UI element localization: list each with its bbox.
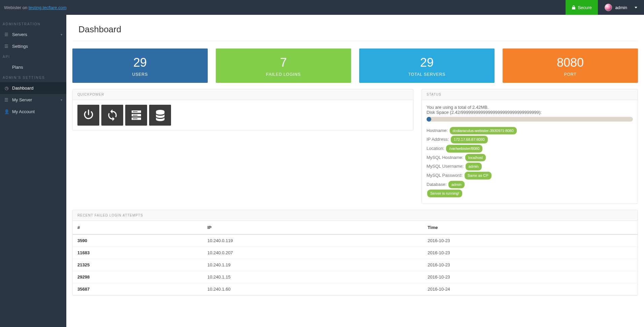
list-icon: ☰ [4,44,9,49]
card-value: 29 [363,56,491,69]
chevron-down-icon: ▾ [61,33,62,36]
cell-ip: 10.240.1.15 [203,271,423,283]
sidebar-item-label: Settings [12,44,28,49]
cell-ip: 10.240.0.119 [203,234,423,247]
sidebar-item-label: Dashboard [12,86,34,91]
card-value: 29 [76,56,204,69]
brand-prefix: Webister on [4,5,29,10]
power-icon [82,108,95,122]
cell-id: 35687 [73,283,203,295]
col-time: Time [423,221,638,234]
power-button[interactable] [77,105,99,126]
status-disk-line: Disk Space (2.42/99999999999999999999999… [427,110,633,115]
panel-header-status: STATUS [422,89,638,100]
gauge-icon: ◷ [4,86,9,91]
cell-id: 29298 [73,271,203,283]
table-row: 1168310.240.0.2072016-10-23 [73,247,638,259]
table-header-row: # IP Time [73,221,638,234]
status-label: MySQL Password: [427,173,463,178]
status-badge: localhost [465,154,486,162]
card-label: PORT [506,72,635,77]
chevron-down-icon: ▾ [61,98,62,102]
cell-time: 2016-10-23 [423,259,638,271]
card-users: 29 USERS [72,48,208,83]
secure-badge: Secure [566,0,598,15]
status-row-hostname: Hostname: dodiaraculus-webister-3930971:… [427,127,633,135]
card-failed-logins: 7 FAILED LOGINS [216,48,351,83]
stat-cards-row: 29 USERS 7 FAILED LOGINS 29 TOTAL SERVER… [66,41,644,89]
sidebar-item-myserver[interactable]: ☰ My Server ▾ [0,94,66,106]
sidebar-item-settings[interactable]: ☰ Settings [0,40,66,52]
list-icon: ☰ [4,32,9,37]
list-icon: ☰ [4,97,9,102]
sidebar-item-servers[interactable]: ☰ Servers ▾ [0,29,66,40]
status-badge: Server is running! [427,190,462,197]
table-row: 2132510.240.1.192016-10-23 [73,259,638,271]
topbar: Webister on testing.tecflare.com Secure … [0,0,644,15]
topbar-right: Secure admin [566,0,644,15]
card-total-servers: 29 TOTAL SERVERS [359,48,495,83]
failed-logins-panel: RECENT FAILED LOGIN ATTEMPTS # IP Time 3… [72,210,638,296]
username-label: admin [615,5,627,10]
table-row: 2929810.240.1.152016-10-23 [73,271,638,283]
refresh-icon [106,109,119,122]
quickpower-panel: QUICKPOWER [72,89,413,131]
cell-time: 2016-10-24 [423,283,638,295]
sidebar-item-label: Servers [12,32,27,37]
restart-button[interactable] [101,105,123,126]
cell-ip: 10.240.1.60 [203,283,423,295]
main-content: Dashboard 29 USERS 7 FAILED LOGINS 29 TO… [66,15,644,327]
cell-ip: 10.240.1.19 [203,259,423,271]
cell-id: 11683 [73,247,203,259]
sidebar-heading-administration: ADMINISTRATION [0,20,66,29]
panel-header-logins: RECENT FAILED LOGIN ATTEMPTS [73,210,638,221]
card-port: 8080 PORT [503,48,638,83]
status-row-location: Location: /var/webister/8080 [427,145,633,153]
card-value: 7 [219,56,348,69]
brand-host-link[interactable]: testing.tecflare.com [29,5,67,10]
cell-time: 2016-10-23 [423,234,638,247]
sidebar-item-plans[interactable]: Plans [0,61,66,73]
status-label: Database: [427,182,446,187]
status-badge: /var/webister/8080 [446,145,482,153]
sidebar-item-myaccount[interactable]: 👤 My Account [0,106,66,118]
cell-id: 21325 [73,259,203,271]
sidebar-item-dashboard[interactable]: ◷ Dashboard [0,82,66,94]
status-label: MySQL Hostname: [427,155,463,160]
database-button[interactable] [149,105,171,126]
status-panel: STATUS You are using a total of 2.42MB. … [421,89,638,204]
cell-time: 2016-10-23 [423,247,638,259]
card-label: TOTAL SERVERS [363,72,491,77]
status-badge: 172.17.68.87:8080 [451,136,488,143]
status-row-mysql-host: MySQL Hostname: localhost [427,154,633,162]
disk-progress-bar [427,117,431,122]
user-menu[interactable]: admin [598,0,644,15]
status-badge: Same as CP [465,172,492,179]
panel-header-quickpower: QUICKPOWER [73,89,413,100]
failed-logins-table: # IP Time 359010.240.0.1192016-10-231168… [73,221,638,295]
status-label: MySQL Username: [427,164,464,169]
status-label: Location: [427,146,444,151]
spacer [72,139,413,179]
servers-button[interactable] [125,105,147,126]
page-title: Dashboard [72,15,638,41]
sidebar-heading-admins-settings: ADMIN'S SETTINGS [0,73,66,82]
database-icon [154,109,167,122]
cell-ip: 10.240.0.207 [203,247,423,259]
sidebar-heading-api: API [0,52,66,61]
status-badge: admin [448,181,465,189]
card-label: USERS [76,72,204,77]
status-usage-line: You are using a total of 2.42MB. [427,105,633,110]
server-icon [129,108,143,122]
chevron-down-icon [635,7,637,8]
disk-progress-track [427,117,633,122]
sidebar-item-label: My Account [12,109,35,114]
status-row-mysql-user: MySQL Username: admin [427,163,633,170]
status-row-mysql-pass: MySQL Password: Same as CP [427,172,633,179]
cell-id: 3590 [73,234,203,247]
table-row: 3568710.240.1.602016-10-24 [73,283,638,295]
status-row-database: Database: admin [427,181,633,189]
status-label: Hostname: [427,128,448,133]
col-id: # [73,221,203,234]
status-badge: dodiaraculus-webister-3930971:8080 [450,127,517,135]
